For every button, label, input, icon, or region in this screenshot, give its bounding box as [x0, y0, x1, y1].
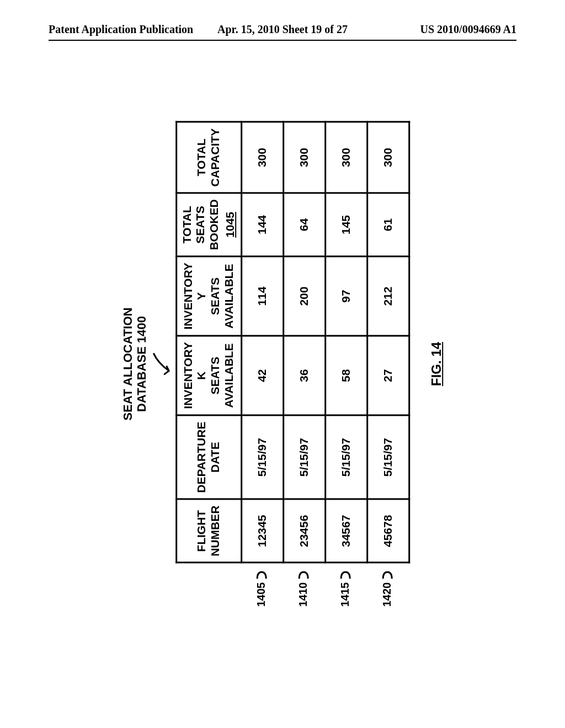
cell-capacity: 300: [367, 122, 409, 193]
table-header-row: FLIGHT NUMBER DEPARTURE DATE INVENTORY K…: [176, 122, 241, 563]
col-booked-header: TOTAL SEATS BOOKED 1045: [176, 193, 241, 256]
row-ref-text: 1410: [297, 582, 310, 607]
table-row: 45678 5/15/97 27 212 61 300: [367, 122, 409, 563]
table-row: 12345 5/15/97 42 114 144 300: [241, 122, 283, 563]
page-header: Patent Application Publication Apr. 15, …: [0, 23, 565, 39]
hdr-text: DATE: [209, 422, 222, 493]
row-ref-1405: 1405: [241, 568, 282, 607]
row-ref-text: 1415: [339, 582, 351, 607]
brace-icon: [381, 568, 394, 581]
row-ref-text: 1405: [255, 582, 268, 607]
hdr-text: INVENTORY K: [182, 342, 209, 409]
hdr-text: AVAILABLE: [222, 342, 236, 409]
figure-title-line1: SEAT ALLOCATION: [121, 308, 135, 421]
cell-invk: 27: [367, 336, 409, 415]
cell-date: 5/15/97: [367, 415, 409, 499]
col-invy-header: INVENTORY Y SEATS AVAILABLE: [176, 256, 241, 336]
table-area: 1405 1410 1415: [175, 121, 410, 607]
cell-invy: 200: [283, 256, 325, 336]
hdr-text: AVAILABLE: [222, 263, 236, 330]
cell-capacity: 300: [241, 122, 283, 193]
header-sheet-info: Apr. 15, 2010 Sheet 19 of 27: [205, 23, 361, 36]
hdr-text: SEATS: [209, 263, 222, 330]
hdr-text: BOOKED: [207, 199, 221, 250]
leader-arrow-icon: [152, 347, 173, 381]
cell-flight: 12345: [241, 499, 283, 563]
hdr-text: TOTAL: [195, 129, 209, 187]
figure-title: SEAT ALLOCATION DATABASE 1400: [121, 308, 149, 421]
cell-date: 5/15/97: [241, 415, 283, 499]
cell-booked: 144: [241, 193, 283, 256]
col-date-header: DEPARTURE DATE: [176, 415, 241, 499]
brace-icon: [297, 568, 310, 581]
header-publication: Patent Application Publication: [49, 23, 205, 36]
cell-booked: 145: [325, 193, 367, 256]
brace-icon: [339, 568, 352, 581]
hdr-text: TOTAL SEATS: [180, 199, 208, 250]
cell-date: 5/15/97: [283, 415, 325, 499]
cell-flight: 23456: [283, 499, 325, 563]
row-ref-1415: 1415: [324, 568, 366, 607]
hdr-text: CAPACITY: [209, 129, 222, 187]
brace-icon: [255, 568, 268, 581]
cell-booked: 64: [283, 193, 325, 256]
hdr-text: INVENTORY Y: [182, 263, 209, 330]
table-row: 34567 5/15/97 58 97 145 300: [325, 122, 367, 563]
figure-content: SEAT ALLOCATION DATABASE 1400 1405 1410: [121, 121, 444, 607]
row-ref-text: 1420: [381, 582, 393, 607]
cell-date: 5/15/97: [325, 415, 367, 499]
table-row: 23456 5/15/97 36 200 64 300: [283, 122, 325, 563]
header-rule: [49, 40, 516, 41]
cell-capacity: 300: [325, 122, 367, 193]
cell-invk: 36: [283, 336, 325, 415]
col-invk-header: INVENTORY K SEATS AVAILABLE: [176, 336, 241, 415]
figure-title-line2: DATABASE 1400: [135, 316, 149, 412]
figure-caption: FIG. 14: [429, 342, 444, 386]
cell-invk: 42: [241, 336, 283, 415]
col-booked-ref: 1045: [223, 212, 237, 238]
seat-allocation-table: FLIGHT NUMBER DEPARTURE DATE INVENTORY K…: [175, 121, 410, 564]
row-ref-1420: 1420: [366, 568, 408, 607]
cell-capacity: 300: [283, 122, 325, 193]
cell-invy: 97: [325, 256, 367, 336]
cell-invk: 58: [325, 336, 367, 415]
cell-invy: 212: [367, 256, 409, 336]
cell-booked: 61: [367, 193, 409, 256]
hdr-text: DEPARTURE: [195, 422, 209, 493]
hdr-text: FLIGHT NUMBER: [195, 506, 223, 556]
cell-flight: 45678: [367, 499, 409, 563]
row-label-spacer: [175, 568, 241, 607]
cell-flight: 34567: [325, 499, 367, 563]
row-ref-1410: 1410: [282, 568, 324, 607]
figure-wrap: SEAT ALLOCATION DATABASE 1400 1405 1410: [121, 121, 444, 607]
col-flight-header: FLIGHT NUMBER: [176, 499, 241, 563]
row-reference-labels: 1405 1410 1415: [175, 568, 408, 607]
hdr-text: SEATS: [209, 342, 222, 409]
col-capacity-header: TOTAL CAPACITY: [176, 122, 241, 193]
header-doc-number: US 2010/0094669 A1: [360, 23, 516, 36]
cell-invy: 114: [241, 256, 283, 336]
